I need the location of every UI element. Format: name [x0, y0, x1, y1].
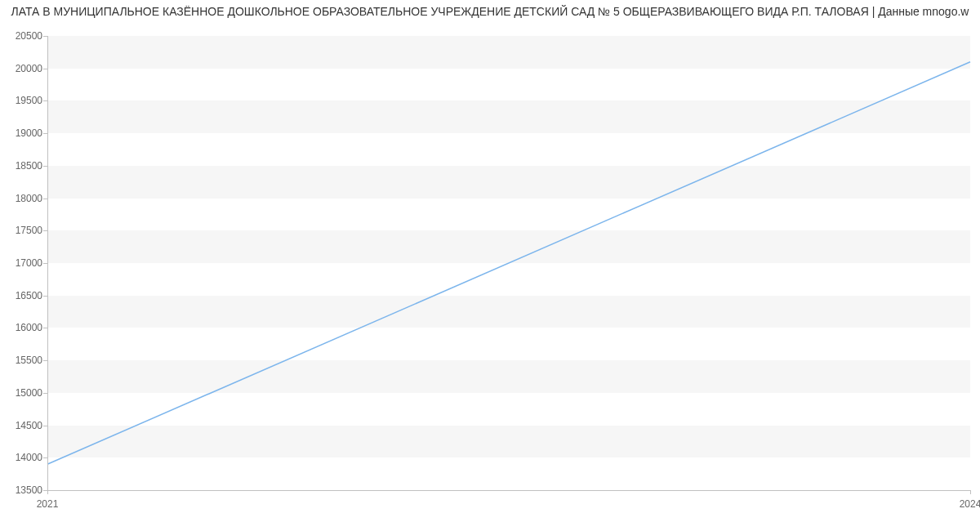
y-tick-label: 16500 [3, 290, 42, 301]
x-tick-label: 2024 [960, 498, 980, 510]
y-tick-mark [43, 263, 47, 264]
y-tick-label: 20500 [3, 30, 42, 42]
y-tick-mark [43, 296, 47, 297]
y-tick-label: 17500 [3, 225, 42, 236]
y-tick-label: 15500 [3, 355, 42, 366]
x-axis-line [47, 490, 970, 491]
y-axis-line [47, 36, 48, 490]
x-tick-label: 2021 [37, 498, 59, 510]
y-tick-mark [43, 166, 47, 167]
y-tick-label: 17000 [3, 257, 42, 269]
data-line [47, 62, 970, 464]
plot-area [47, 36, 970, 490]
y-tick-mark [43, 360, 47, 361]
y-tick-mark [43, 457, 47, 458]
y-tick-label: 20000 [3, 63, 42, 74]
y-tick-mark [43, 426, 47, 426]
y-tick-label: 19000 [3, 127, 42, 139]
chart-title: ЛАТА В МУНИЦИПАЛЬНОЕ КАЗЁННОЕ ДОШКОЛЬНОЕ… [0, 5, 980, 18]
y-tick-mark [43, 36, 47, 37]
y-tick-mark [43, 100, 47, 101]
y-tick-label: 19500 [3, 95, 42, 106]
y-tick-mark [43, 393, 47, 394]
y-tick-mark [43, 133, 47, 134]
y-tick-label: 18000 [3, 193, 42, 204]
line-series [47, 36, 970, 490]
x-tick-mark [970, 490, 971, 494]
y-tick-mark [43, 230, 47, 231]
y-tick-mark [43, 328, 47, 328]
chart-container: ЛАТА В МУНИЦИПАЛЬНОЕ КАЗЁННОЕ ДОШКОЛЬНОЕ… [0, 0, 980, 531]
y-tick-mark [43, 199, 47, 199]
y-tick-label: 14000 [3, 452, 42, 463]
y-tick-mark [43, 69, 47, 69]
y-tick-label: 18500 [3, 160, 42, 172]
y-tick-label: 16000 [3, 322, 42, 333]
y-tick-label: 15000 [3, 387, 42, 399]
y-tick-label: 13500 [3, 484, 42, 496]
y-tick-label: 14500 [3, 420, 42, 431]
x-tick-mark [47, 490, 48, 494]
